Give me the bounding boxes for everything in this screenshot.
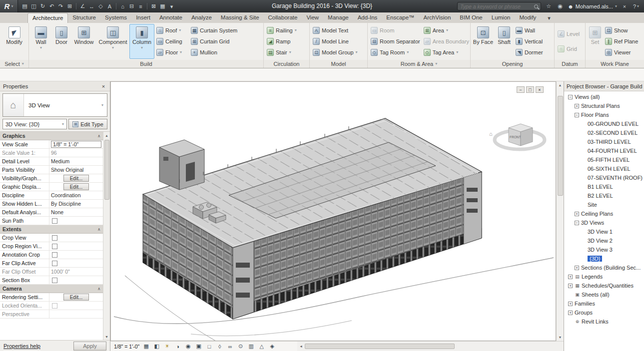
- expand-icon[interactable]: +: [568, 275, 573, 279]
- far-clip-active-checkbox[interactable]: [52, 261, 57, 266]
- visual-style-icon[interactable]: ◧: [153, 343, 160, 350]
- model-line-button[interactable]: /Model Line: [311, 36, 359, 47]
- tree-item-floor-plan[interactable]: 07-SEVENTH (ROOF): [564, 173, 644, 182]
- tree-item-floor-plan[interactable]: 05-FIFTH LEVEL: [564, 155, 644, 164]
- tree-item-floor-plan[interactable]: 06-SIXTH LEVEL: [564, 164, 644, 173]
- show-work-plane-button[interactable]: ⊡Show: [604, 25, 639, 36]
- model-group-button[interactable]: ⊡Model Group▾: [311, 47, 359, 58]
- panel-label-model[interactable]: Model: [310, 60, 367, 68]
- tab-architecture[interactable]: Architecture: [27, 13, 68, 23]
- sun-path-icon[interactable]: ☀: [163, 343, 171, 350]
- collapse-icon[interactable]: −: [568, 95, 573, 99]
- dormer-button[interactable]: ◥Dormer: [514, 47, 549, 58]
- tree-item-sheets[interactable]: ▣ Sheets (all): [564, 290, 644, 299]
- tree-item-ceiling-plans[interactable]: + Ceiling Plans: [564, 209, 644, 218]
- collapse-icon[interactable]: −: [575, 221, 579, 225]
- tree-item-revit-links[interactable]: ⊕ Revit Links: [564, 317, 644, 326]
- section-camera[interactable]: Camera∧: [0, 285, 103, 293]
- tree-item-3d-view[interactable]: 3D View 1: [564, 227, 644, 236]
- tab-add-ins[interactable]: Add-Ins: [353, 13, 382, 23]
- expand-icon[interactable]: +: [575, 104, 579, 108]
- favorites-icon[interactable]: ☆: [545, 2, 553, 10]
- tab-systems[interactable]: Systems: [100, 13, 131, 23]
- tree-item-floor-plan[interactable]: 00-GROUND LEVEL: [564, 119, 644, 128]
- tab-collaborate[interactable]: Collaborate: [264, 13, 302, 23]
- component-button[interactable]: ◫ Component▾: [97, 24, 129, 59]
- close-icon[interactable]: ×: [100, 83, 107, 89]
- by-face-button[interactable]: ⊡ By Face: [472, 24, 494, 59]
- detail-level-icon[interactable]: ▦: [142, 343, 150, 350]
- print-icon[interactable]: ⊞: [65, 2, 74, 10]
- app-menu-button[interactable]: R ▾: [0, 0, 18, 12]
- grid-button[interactable]: ○Grid: [556, 41, 581, 56]
- tab-view[interactable]: View: [302, 13, 323, 23]
- search-icon[interactable]: [534, 4, 538, 8]
- ribbon-state-toggle-icon[interactable]: ▾: [544, 13, 555, 23]
- infocenter-search[interactable]: [457, 2, 541, 10]
- collapse-icon[interactable]: −: [575, 113, 579, 117]
- model-text-button[interactable]: AModel Text: [311, 25, 359, 36]
- tree-item-floor-plans[interactable]: − Floor Plans: [564, 110, 644, 119]
- sync-icon[interactable]: ↻: [38, 2, 47, 10]
- floor-button[interactable]: ▱Floor▾: [155, 47, 189, 58]
- measure-icon[interactable]: ∠: [78, 2, 87, 10]
- scroll-up-icon[interactable]: ▲: [103, 132, 110, 139]
- horizontal-scrollbar[interactable]: ◄: [297, 341, 556, 351]
- aligned-dimension-icon[interactable]: ↔: [87, 2, 96, 10]
- sun-path-checkbox[interactable]: [52, 218, 57, 224]
- tree-item-views-all[interactable]: − Views (all): [564, 92, 644, 101]
- vertical-scrollbar[interactable]: ▲ ▼: [556, 81, 564, 341]
- door-button[interactable]: ▯ Door: [52, 24, 71, 59]
- redo-icon[interactable]: ↷: [56, 2, 65, 10]
- panel-label-room-area[interactable]: Room & Area▾: [368, 60, 470, 68]
- temporary-view-properties-icon[interactable]: ▥: [247, 343, 255, 350]
- tree-item-floor-plan[interactable]: 02-SECOND LEVEL: [564, 128, 644, 137]
- properties-header[interactable]: Properties ×: [0, 81, 110, 91]
- open-icon[interactable]: ▤: [20, 2, 29, 10]
- locked-orientation-checkbox[interactable]: [52, 303, 57, 309]
- shadows-icon[interactable]: ◑: [174, 343, 181, 350]
- tree-item-3d-view-current[interactable]: {3D}: [564, 254, 644, 263]
- tree-item-3d-view[interactable]: 3D View 2: [564, 236, 644, 245]
- set-work-plane-button[interactable]: ⊞ Set: [587, 24, 603, 59]
- tag-by-category-icon[interactable]: ◇: [96, 2, 105, 10]
- rendering-settings-edit-button[interactable]: Edit...: [63, 294, 89, 301]
- stair-button[interactable]: ▤Stair▾: [265, 47, 298, 58]
- panel-label-circulation[interactable]: Circulation: [264, 60, 309, 68]
- tab-lumion[interactable]: Lumion: [487, 13, 515, 23]
- expand-icon[interactable]: +: [568, 284, 573, 288]
- scroll-down-icon[interactable]: ▼: [557, 334, 564, 341]
- tree-item-floor-plan[interactable]: 03-THIRD LEVEL: [564, 137, 644, 146]
- view-scale-button[interactable]: 1/8" = 1'-0": [114, 344, 139, 350]
- tree-item-3d-view[interactable]: 3D View 3: [564, 245, 644, 254]
- viewcube-home-icon[interactable]: ⌂: [489, 131, 493, 137]
- ceiling-button[interactable]: ▭Ceiling: [155, 36, 189, 47]
- communication-center-icon[interactable]: ◉: [556, 2, 564, 10]
- section-box-checkbox[interactable]: [52, 278, 57, 283]
- selected-view[interactable]: {3D}: [588, 256, 602, 262]
- tab-massing-site[interactable]: Massing & Site: [216, 13, 264, 23]
- project-browser-header[interactable]: Project Browser - Garage Build: [564, 81, 644, 91]
- panel-label-opening[interactable]: Opening: [471, 60, 554, 68]
- vertical-opening-button[interactable]: ▮Vertical: [514, 36, 549, 47]
- show-analytical-model-icon[interactable]: △: [258, 343, 265, 350]
- expand-icon[interactable]: +: [568, 302, 573, 306]
- show-rendering-dialog-icon[interactable]: ◉: [184, 343, 192, 350]
- shaft-button[interactable]: ▯ Shaft: [495, 24, 514, 59]
- scrollbar-thumb[interactable]: [558, 96, 563, 196]
- sign-in-button[interactable]: ☻ Mohamed.als... ▾: [568, 3, 617, 9]
- mullion-button[interactable]: +Mullion: [189, 47, 241, 58]
- ref-plane-button[interactable]: ∥Ref Plane: [604, 36, 639, 47]
- undo-icon[interactable]: ↶: [47, 2, 56, 10]
- tree-item-families[interactable]: + Families: [564, 299, 644, 308]
- help-button[interactable]: ? ▾: [632, 2, 640, 10]
- close-view-icon[interactable]: ×: [536, 86, 544, 93]
- room-separator-button[interactable]: ⊟Room Separator: [369, 36, 422, 47]
- area-boundary-button[interactable]: ▱Area Boundary: [422, 36, 469, 47]
- room-button[interactable]: ▭Room: [369, 25, 422, 36]
- tree-item-legends[interactable]: + ▤ Legends: [564, 272, 644, 281]
- tab-modify[interactable]: Modify: [515, 13, 541, 23]
- tree-item-floor-plan[interactable]: B1 LEVEL: [564, 182, 644, 191]
- unlocked-3d-view-icon[interactable]: ◊: [216, 343, 223, 350]
- tab-manage[interactable]: Manage: [323, 13, 353, 23]
